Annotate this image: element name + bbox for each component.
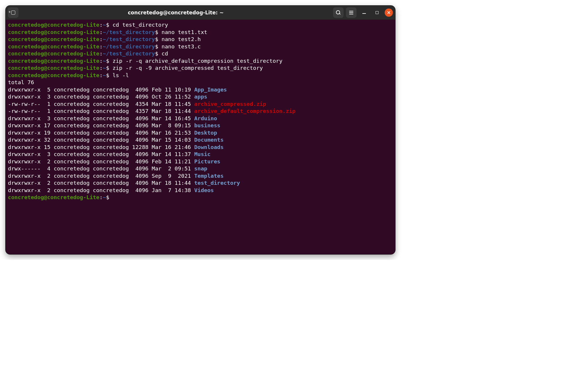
minimize-button[interactable]: [359, 7, 369, 18]
close-button[interactable]: [385, 9, 393, 17]
close-icon: [387, 11, 391, 14]
menu-button[interactable]: [346, 7, 356, 18]
terminal-scroll-area[interactable]: concretedog@concretedog-Lite:~$ cd test_…: [6, 20, 395, 254]
terminal-window: concretedog@concretedog-Lite: ~ concrete…: [5, 5, 396, 255]
titlebar: concretedog@concretedog-Lite: ~: [6, 6, 395, 20]
maximize-button[interactable]: [372, 7, 382, 18]
minimize-icon: [362, 13, 366, 14]
new-tab-button[interactable]: [8, 7, 18, 18]
terminal-output[interactable]: concretedog@concretedog-Lite:~$ cd test_…: [8, 21, 393, 201]
hamburger-icon: [349, 11, 353, 14]
maximize-icon: [376, 11, 379, 14]
search-button[interactable]: [333, 7, 344, 18]
new-tab-icon: [11, 11, 15, 15]
search-icon: [336, 10, 341, 15]
window-title: concretedog@concretedog-Lite: ~: [20, 10, 331, 16]
